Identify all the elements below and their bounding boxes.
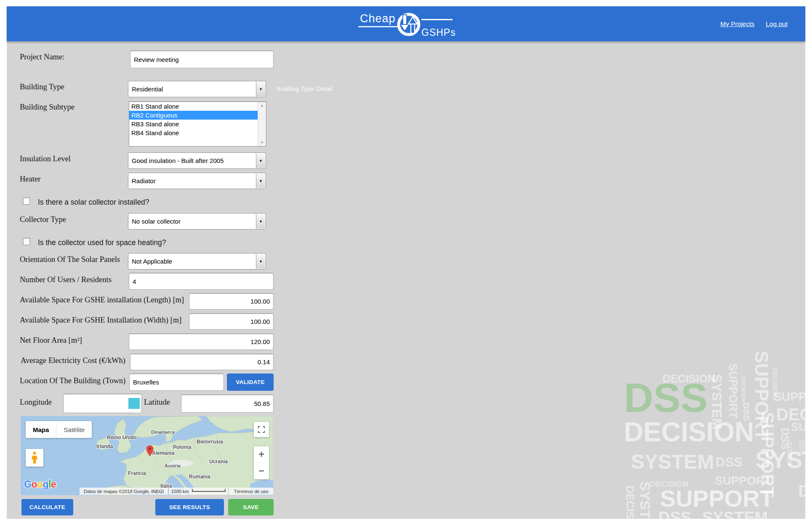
location-label: Location Of The Building (Town) [20, 376, 125, 385]
watermark-word: SUPPORT [791, 422, 805, 433]
google-letter: e [51, 479, 56, 490]
google-letter: o [31, 479, 37, 490]
scroll-down-icon[interactable]: ▼ [258, 139, 266, 146]
watermark-word: SYSTEM [631, 452, 714, 472]
map-scale: 1000 km [169, 488, 228, 495]
num-users-input[interactable] [129, 273, 274, 290]
map-country-label: Irlanda [96, 443, 113, 449]
electricity-cost-input[interactable] [130, 354, 274, 370]
location-input[interactable] [129, 374, 224, 391]
subtype-option[interactable]: RB1 Stand alone [129, 102, 258, 111]
chevron-down-icon[interactable]: ▼ [256, 173, 265, 188]
subtype-option-selected[interactable]: RB2 Contiguous [129, 111, 258, 120]
fullscreen-icon [258, 426, 265, 433]
insulation-level-value: Good insulation - Built after 2005 [132, 157, 224, 164]
page-container: Cheap GSHPs My Projects Log out [7, 6, 805, 519]
collector-type-select[interactable]: No solar collector ▼ [128, 213, 266, 229]
fullscreen-button[interactable] [254, 422, 269, 437]
net-floor-area-input[interactable] [129, 334, 274, 350]
solar-collector-checkbox[interactable] [23, 197, 30, 205]
google-logo: Google [24, 479, 56, 490]
logo-graphic: Cheap GSHPs [357, 9, 455, 39]
zoom-control: + − [254, 446, 269, 479]
map-country-label: Rumanía [189, 474, 210, 480]
google-map[interactable]: Reino Unido Irlanda Dinamarca Bielorrusi… [21, 416, 273, 495]
heater-label: Heater [20, 175, 40, 184]
watermark-word: SYSTEM [638, 481, 652, 519]
see-results-button[interactable]: SEE RESULTS [155, 499, 224, 515]
logo-word-cheap: Cheap [360, 12, 396, 25]
map-attribution-text: Datos de mapas ©2018 Google, INEGI [84, 489, 164, 494]
solar-collector-question: Is there a solar collector installed? [38, 198, 149, 207]
watermark-word: DECISION [625, 486, 636, 519]
map-attribution: Datos de mapas ©2018 Google, INEGI [80, 488, 168, 495]
save-button[interactable]: SAVE [228, 499, 274, 515]
chevron-down-icon[interactable]: ▼ [256, 153, 265, 168]
watermark-word: SYSTEM [755, 448, 805, 472]
pegman-icon [31, 451, 38, 464]
insulation-level-select[interactable]: Good insulation - Built after 2005 ▼ [128, 152, 266, 169]
heater-select[interactable]: Radiator ▼ [128, 173, 266, 189]
nav-my-projects-link[interactable]: My Projects [720, 20, 754, 28]
zoom-in-button[interactable]: + [254, 446, 269, 462]
watermark-word: DECISION [776, 406, 805, 423]
map-scale-bar [192, 489, 226, 492]
listbox-scrollbar[interactable]: ▲ ▼ [258, 102, 266, 146]
building-type-detail-hint: Building Type Detail [277, 85, 332, 92]
zoom-out-button[interactable]: − [254, 463, 269, 479]
map-country-label: Alemania [152, 450, 174, 456]
satellite-button[interactable]: Satélite [56, 421, 92, 438]
map-marker-icon[interactable] [146, 446, 153, 459]
map-country-label: Bielorrusia [197, 439, 223, 445]
watermark-word: SUPPORT [660, 487, 774, 510]
watermark-word: DSS [716, 456, 743, 469]
gshe-length-label: Available Space For GSHE installation (L… [20, 296, 184, 304]
orientation-value: Not Applicable [132, 258, 172, 265]
chevron-down-icon[interactable]: ▼ [256, 82, 265, 96]
map-terms-link[interactable]: Términos de uso [234, 489, 269, 494]
building-subtype-listbox[interactable]: RB1 Stand alone RB2 Contiguous RB3 Stand… [129, 101, 266, 147]
logo-word-gshps: GSHPs [421, 27, 455, 38]
project-name-input[interactable] [130, 51, 274, 68]
space-heating-checkbox[interactable] [23, 238, 30, 245]
watermark-word: DECISION [624, 419, 754, 446]
map-type-control: Mapa Satélite [26, 421, 92, 438]
map-country-label: Reino Unido [107, 435, 137, 440]
scroll-up-icon[interactable]: ▲ [258, 102, 266, 109]
watermark-word: DECISION [798, 483, 805, 499]
subtype-option[interactable]: RB3 Stand alone [129, 120, 258, 128]
map-country-label: Francia [128, 470, 146, 476]
nav-logout-link[interactable]: Log out [766, 20, 788, 28]
map-country-label: Polonia [173, 444, 191, 450]
heater-value: Radiator [132, 177, 156, 184]
gshe-width-label: Available Space For GSHE Installation (W… [20, 316, 181, 325]
calculate-button[interactable]: CALCULATE [21, 499, 73, 515]
map-country-label: Ucrania [209, 459, 228, 464]
watermark-word: DSS [658, 510, 691, 519]
map-button[interactable]: Mapa [26, 421, 56, 438]
gshe-width-input[interactable] [189, 313, 274, 330]
orientation-label: Orientation Of The Solar Panels [20, 255, 120, 264]
subtype-option[interactable]: RB4 Stand alone [129, 128, 258, 137]
gshe-length-input[interactable] [189, 293, 274, 310]
watermark-word: SYSTEM [702, 510, 768, 519]
map-terms: Términos de uso [229, 488, 273, 495]
chevron-down-icon[interactable]: ▼ [256, 254, 265, 269]
pegman-button[interactable] [26, 449, 43, 467]
collector-type-value: No solar collector [132, 218, 181, 225]
latitude-input[interactable] [181, 395, 274, 413]
orientation-select[interactable]: Not Applicable ▼ [128, 253, 266, 270]
watermark-word-dss-green: DSS [624, 377, 708, 418]
building-type-select[interactable]: Residential ▼ [128, 81, 266, 97]
latitude-label: Latitude [144, 398, 170, 407]
building-subtype-label: Building Subtype [20, 103, 75, 112]
validate-button[interactable]: VALIDATE [227, 374, 274, 391]
building-type-value: Residential [132, 85, 163, 93]
map-country-label: Dinamarca [151, 430, 175, 435]
longitude-label: Longitude [20, 398, 52, 407]
google-letter: g [43, 479, 49, 490]
net-floor-area-label: Net Floor Area [m²] [20, 336, 82, 345]
chevron-down-icon[interactable]: ▼ [256, 214, 265, 229]
project-name-label: Project Name: [20, 53, 64, 61]
collector-type-label: Collector Type [20, 215, 66, 224]
